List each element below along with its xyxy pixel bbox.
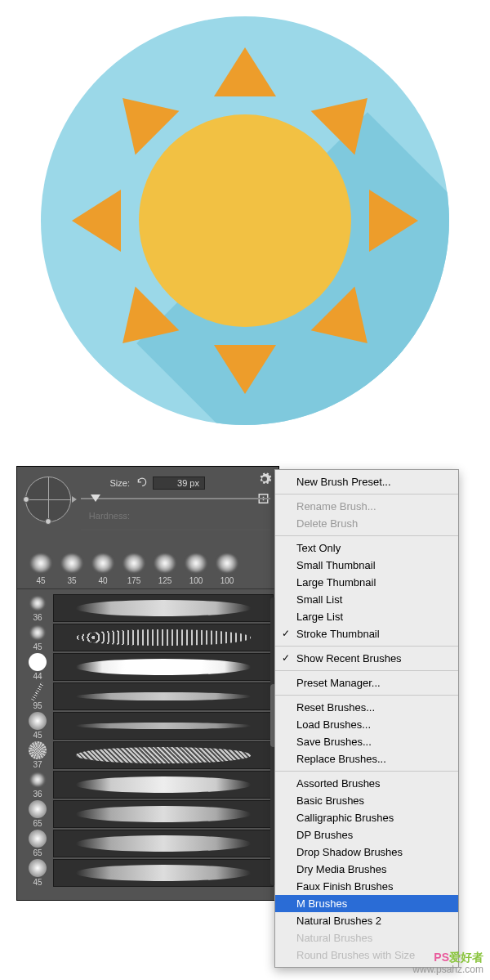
menu-replace-brushes[interactable]: Replace Brushes... [275, 750, 458, 767]
menu-drop-shadow-brushes[interactable]: Drop Shadow Brushes [275, 844, 458, 861]
tip-size: 100 [220, 576, 234, 585]
brush-stroke-row[interactable]: 65 [25, 830, 274, 857]
tip-size: 95 [33, 701, 42, 710]
menu-large-list[interactable]: Large List [275, 608, 458, 625]
brush-tip[interactable]: 100 [212, 552, 243, 585]
menu-dp-brushes[interactable]: DP Brushes [275, 826, 458, 844]
brush-angle-picker[interactable] [25, 477, 71, 522]
menu-separator [275, 494, 458, 494]
menu-calligraphic-brushes[interactable]: Calligraphic Brushes [275, 809, 458, 826]
size-slider[interactable] [81, 493, 270, 504]
menu-natural-brushes-2[interactable]: Natural Brushes 2 [275, 912, 458, 929]
sun-core [139, 114, 351, 327]
menu-separator [275, 535, 458, 536]
tip-size: 44 [33, 672, 42, 681]
tip-size: 36 [33, 790, 42, 799]
arrow-right-icon [72, 496, 77, 503]
brush-preset-popup: Size: 39 px Hardness: 45 35 40 175 125 1… [16, 466, 279, 901]
menu-label: Show Recent Brushes [296, 652, 402, 665]
brush-stroke-row[interactable]: 45 [25, 712, 274, 740]
hardness-slider[interactable] [81, 524, 270, 535]
tip-size: 45 [36, 576, 45, 585]
brush-flyout-menu: New Brush Preset... Rename Brush... Dele… [274, 469, 459, 968]
tip-size: 45 [33, 878, 42, 887]
check-icon: ✓ [282, 652, 290, 664]
menu-save-brushes[interactable]: Save Brushes... [275, 733, 458, 750]
sun-bg-circle [41, 16, 449, 425]
tip-size: 45 [33, 731, 42, 740]
tip-size: 175 [127, 576, 141, 585]
menu-assorted-brushes[interactable]: Assorted Brushes [275, 775, 458, 792]
size-value[interactable]: 39 px [153, 477, 205, 490]
tip-size: 36 [33, 613, 42, 622]
menu-m-brushes[interactable]: M Brushes [275, 895, 458, 912]
recent-brushes: 45 35 40 175 125 100 100 [17, 548, 278, 589]
tip-size: 45 [33, 642, 42, 651]
check-icon: ✓ [282, 628, 290, 639]
hardness-row: Hardness: [81, 511, 270, 521]
menu-large-thumbnail[interactable]: Large Thumbnail [275, 574, 458, 591]
menu-show-recent-brushes[interactable]: ✓Show Recent Brushes [275, 650, 458, 667]
menu-separator [275, 670, 458, 671]
menu-basic-brushes[interactable]: Basic Brushes [275, 792, 458, 809]
size-label: Size: [81, 478, 130, 488]
sun-ray [214, 47, 276, 96]
tip-size: 125 [158, 576, 172, 585]
brush-stroke-row[interactable]: 37 [25, 741, 274, 769]
reset-size-icon[interactable] [136, 477, 148, 489]
watermark-brand-a: PS [434, 951, 449, 964]
gear-icon[interactable] [257, 472, 272, 486]
brush-tip[interactable]: 40 [87, 552, 118, 585]
menu-delete-brush: Delete Brush [275, 515, 458, 532]
brush-header: Size: 39 px Hardness: [17, 473, 278, 548]
menu-small-list[interactable]: Small List [275, 591, 458, 608]
menu-text-only[interactable]: Text Only [275, 539, 458, 557]
menu-separator [275, 646, 458, 647]
menu-stroke-thumbnail[interactable]: ✓Stroke Thumbnail [275, 625, 458, 642]
sun-illustration [0, 0, 490, 441]
tip-size: 35 [67, 576, 76, 585]
tip-size: 40 [98, 576, 107, 585]
menu-rename-brush: Rename Brush... [275, 498, 458, 515]
brush-stroke-row[interactable]: 44 [25, 653, 274, 681]
brush-stroke-row[interactable]: 36 [25, 594, 274, 622]
menu-dry-media-brushes[interactable]: Dry Media Brushes [275, 861, 458, 878]
menu-preset-manager[interactable]: Preset Manager... [275, 674, 458, 691]
sun-ray [214, 345, 276, 394]
watermark-url: www.psahz.com [412, 964, 483, 975]
brush-tip[interactable]: 45 [25, 552, 56, 585]
brush-stroke-list: 36 45 44 95 45 37 36 65 65 45 [17, 589, 278, 893]
watermark-brand-b: 爱好者 [449, 951, 483, 964]
menu-natural-brushes[interactable]: Natural Brushes [275, 929, 458, 946]
menu-load-brushes[interactable]: Load Brushes... [275, 716, 458, 733]
hardness-label: Hardness: [81, 511, 130, 521]
brush-stroke-row[interactable]: 95 [25, 682, 274, 710]
tip-size: 37 [33, 760, 42, 769]
sun-ray [100, 76, 179, 154]
brush-tip[interactable]: 175 [118, 552, 149, 585]
brush-tip[interactable]: 35 [56, 552, 87, 585]
menu-new-brush-preset[interactable]: New Brush Preset... [275, 473, 458, 490]
menu-separator [275, 771, 458, 772]
menu-label: Stroke Thumbnail [296, 628, 380, 640]
panel-area: Size: 39 px Hardness: 45 35 40 175 125 1… [0, 466, 490, 980]
tip-size: 65 [33, 848, 42, 857]
tip-size: 100 [189, 576, 203, 585]
brush-stroke-row[interactable]: 45 [25, 624, 274, 651]
sun-ray [369, 190, 418, 252]
size-row: Size: 39 px [81, 477, 270, 490]
brush-stroke-row[interactable]: 65 [25, 800, 274, 828]
menu-separator [275, 695, 458, 696]
tip-size: 65 [33, 819, 42, 828]
menu-faux-finish-brushes[interactable]: Faux Finish Brushes [275, 878, 458, 895]
brush-stroke-row[interactable]: 45 [25, 859, 274, 887]
watermark: PS爱好者 www.psahz.com [412, 951, 483, 975]
sun-ray [72, 190, 121, 252]
brush-tip[interactable]: 100 [180, 552, 212, 585]
menu-small-thumbnail[interactable]: Small Thumbnail [275, 557, 458, 574]
brush-stroke-row[interactable]: 36 [25, 771, 274, 799]
brush-tip[interactable]: 125 [149, 552, 180, 585]
menu-reset-brushes[interactable]: Reset Brushes... [275, 699, 458, 716]
